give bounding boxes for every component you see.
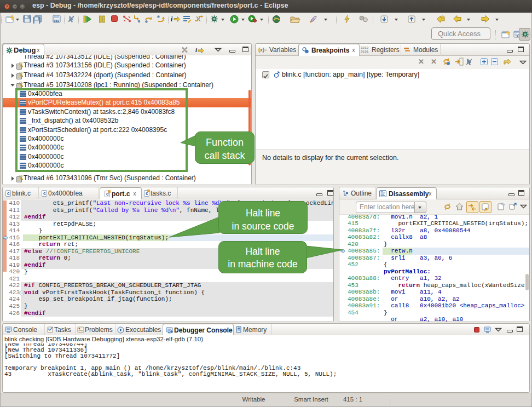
svg-text:010: 010 — [54, 19, 59, 23]
svg-text:i: i — [195, 47, 198, 53]
svg-text:i: i — [171, 15, 173, 23]
